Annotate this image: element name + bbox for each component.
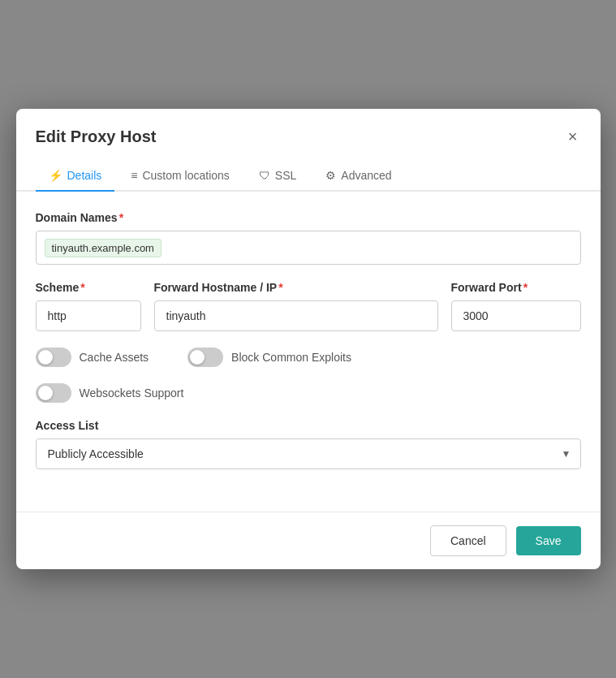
access-list-label: Access List (36, 419, 581, 432)
block-exploits-track (187, 348, 223, 367)
close-button[interactable]: × (565, 125, 581, 148)
tab-custom-locations[interactable]: ≡ Custom locations (118, 161, 243, 192)
websockets-thumb (38, 386, 53, 400)
cache-assets-toggle[interactable] (36, 348, 71, 367)
hostname-required: * (278, 281, 282, 294)
modal-footer: Cancel Save (16, 512, 601, 569)
cache-assets-toggle-item: Cache Assets (36, 348, 149, 367)
scheme-group: Scheme* (36, 281, 141, 331)
domain-names-input[interactable]: tinyauth.example.com (36, 231, 581, 265)
cache-assets-thumb (38, 350, 53, 365)
tab-advanced[interactable]: ⚙ Advanced (312, 161, 404, 192)
websockets-toggle-item: Websockets Support (36, 383, 184, 403)
tab-advanced-label: Advanced (341, 169, 391, 182)
save-button[interactable]: Save (516, 526, 581, 555)
cache-assets-track (36, 348, 71, 367)
required-star: * (119, 211, 123, 224)
domain-tag: tinyauth.example.com (45, 239, 162, 257)
modal-body: Domain Names* tinyauth.example.com Schem… (16, 192, 601, 505)
block-exploits-label: Block Common Exploits (231, 351, 351, 364)
block-exploits-toggle[interactable] (187, 348, 223, 367)
gear-icon: ⚙ (325, 169, 336, 182)
toggles-row-1: Cache Assets Block Common Exploits (36, 348, 581, 367)
tab-ssl[interactable]: 🛡 SSL (246, 161, 309, 192)
tab-custom-locations-label: Custom locations (142, 169, 229, 182)
tabs-bar: ⚡ Details ≡ Custom locations 🛡 SSL ⚙ Adv… (16, 161, 601, 192)
scheme-label: Scheme* (36, 281, 141, 294)
cache-assets-label: Cache Assets (80, 351, 149, 364)
domain-names-group: Domain Names* tinyauth.example.com (36, 211, 581, 265)
hostname-group: Forward Hostname / IP* (154, 281, 438, 331)
edit-proxy-host-modal: Edit Proxy Host × ⚡ Details ≡ Custom loc… (16, 109, 601, 569)
block-exploits-toggle-item: Block Common Exploits (187, 348, 351, 367)
shield-icon: 🛡 (259, 169, 270, 182)
access-list-group: Access List Publicly Accessible ▼ (36, 419, 581, 469)
scheme-required: * (80, 281, 84, 294)
block-exploits-thumb (190, 350, 205, 365)
host-row: Scheme* Forward Hostname / IP* Forward P… (36, 281, 581, 331)
port-group: Forward Port* (451, 281, 581, 331)
port-input[interactable] (451, 300, 581, 331)
port-label: Forward Port* (451, 281, 581, 294)
layers-icon: ≡ (131, 169, 137, 182)
port-required: * (523, 281, 528, 294)
hostname-input[interactable] (154, 300, 438, 331)
access-list-select-wrapper: Publicly Accessible ▼ (36, 438, 581, 469)
modal-title: Edit Proxy Host (36, 127, 157, 146)
tab-ssl-label: SSL (275, 169, 296, 182)
toggles-row-2: Websockets Support (36, 383, 581, 403)
modal-header: Edit Proxy Host × (16, 109, 601, 161)
tab-details[interactable]: ⚡ Details (36, 161, 115, 192)
websockets-track (36, 383, 71, 403)
tab-details-label: Details (67, 169, 102, 182)
access-list-select[interactable]: Publicly Accessible (36, 438, 581, 469)
hostname-label: Forward Hostname / IP* (154, 281, 438, 294)
lightning-icon: ⚡ (49, 169, 62, 182)
websockets-label: Websockets Support (80, 387, 184, 399)
cancel-button[interactable]: Cancel (430, 525, 506, 556)
domain-names-label: Domain Names* (36, 211, 581, 224)
scheme-input[interactable] (36, 300, 141, 331)
websockets-toggle[interactable] (36, 383, 71, 403)
modal-overlay: Edit Proxy Host × ⚡ Details ≡ Custom loc… (0, 0, 616, 678)
